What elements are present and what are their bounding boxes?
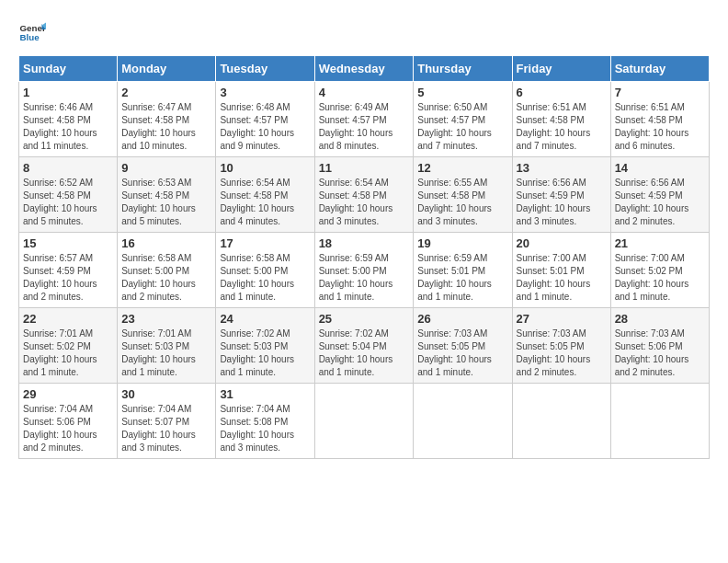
calendar-cell: 10 Sunrise: 6:54 AMSunset: 4:58 PMDaylig… bbox=[216, 157, 314, 233]
day-number: 23 bbox=[121, 312, 211, 326]
day-number: 12 bbox=[417, 161, 507, 175]
day-number: 16 bbox=[121, 236, 211, 250]
day-info: Sunrise: 6:56 AMSunset: 4:59 PMDaylight:… bbox=[615, 177, 705, 228]
day-number: 9 bbox=[121, 161, 211, 175]
day-info: Sunrise: 6:57 AMSunset: 4:59 PMDaylight:… bbox=[23, 252, 113, 304]
day-number: 3 bbox=[220, 86, 310, 99]
day-number: 10 bbox=[220, 161, 310, 175]
calendar-cell: 11 Sunrise: 6:54 AMSunset: 4:58 PMDaylig… bbox=[314, 157, 414, 233]
calendar-cell: 20 Sunrise: 7:00 AMSunset: 5:01 PMDaylig… bbox=[512, 233, 610, 308]
day-number: 5 bbox=[417, 86, 507, 99]
calendar-header-monday: Monday bbox=[118, 56, 216, 82]
calendar-cell: 8 Sunrise: 6:52 AMSunset: 4:58 PMDayligh… bbox=[19, 157, 118, 233]
day-info: Sunrise: 6:56 AMSunset: 4:59 PMDaylight:… bbox=[517, 177, 607, 228]
calendar-cell: 1 Sunrise: 6:46 AMSunset: 4:58 PMDayligh… bbox=[19, 82, 118, 157]
calendar-cell: 30 Sunrise: 7:04 AMSunset: 5:07 PMDaylig… bbox=[118, 384, 216, 459]
calendar-cell: 24 Sunrise: 7:02 AMSunset: 5:03 PMDaylig… bbox=[216, 308, 314, 384]
calendar-header-row: SundayMondayTuesdayWednesdayThursdayFrid… bbox=[19, 56, 710, 82]
calendar-cell: 3 Sunrise: 6:48 AMSunset: 4:57 PMDayligh… bbox=[216, 82, 314, 157]
day-info: Sunrise: 7:00 AMSunset: 5:01 PMDaylight:… bbox=[517, 252, 607, 304]
day-info: Sunrise: 7:04 AMSunset: 5:08 PMDaylight:… bbox=[220, 403, 310, 454]
calendar-cell: 7 Sunrise: 6:51 AMSunset: 4:58 PMDayligh… bbox=[610, 82, 709, 157]
calendar-header-friday: Friday bbox=[512, 56, 610, 82]
day-number: 17 bbox=[220, 236, 310, 250]
day-info: Sunrise: 6:55 AMSunset: 4:58 PMDaylight:… bbox=[417, 177, 507, 228]
day-info: Sunrise: 6:53 AMSunset: 4:58 PMDaylight:… bbox=[121, 177, 211, 228]
day-info: Sunrise: 7:01 AMSunset: 5:03 PMDaylight:… bbox=[121, 327, 211, 379]
calendar-week-row: 1 Sunrise: 6:46 AMSunset: 4:58 PMDayligh… bbox=[19, 82, 710, 157]
calendar-cell: 13 Sunrise: 6:56 AMSunset: 4:59 PMDaylig… bbox=[512, 157, 610, 233]
calendar-cell: 22 Sunrise: 7:01 AMSunset: 5:02 PMDaylig… bbox=[19, 308, 118, 384]
day-info: Sunrise: 7:03 AMSunset: 5:05 PMDaylight:… bbox=[417, 327, 507, 379]
calendar-cell: 25 Sunrise: 7:02 AMSunset: 5:04 PMDaylig… bbox=[314, 308, 414, 384]
logo-icon: General Blue bbox=[18, 18, 46, 46]
day-number: 11 bbox=[319, 161, 410, 175]
day-number: 28 bbox=[615, 312, 705, 326]
day-number: 8 bbox=[23, 161, 113, 175]
day-info: Sunrise: 6:50 AMSunset: 4:57 PMDaylight:… bbox=[417, 101, 507, 153]
page-header: General Blue bbox=[18, 18, 710, 46]
day-number: 21 bbox=[615, 236, 705, 250]
calendar-header-tuesday: Tuesday bbox=[216, 56, 314, 82]
day-info: Sunrise: 7:04 AMSunset: 5:06 PMDaylight:… bbox=[23, 403, 113, 454]
calendar-cell: 29 Sunrise: 7:04 AMSunset: 5:06 PMDaylig… bbox=[19, 384, 118, 459]
calendar-week-row: 8 Sunrise: 6:52 AMSunset: 4:58 PMDayligh… bbox=[19, 157, 710, 233]
calendar-cell: 17 Sunrise: 6:58 AMSunset: 5:00 PMDaylig… bbox=[216, 233, 314, 308]
day-number: 24 bbox=[220, 312, 310, 326]
calendar-cell: 5 Sunrise: 6:50 AMSunset: 4:57 PMDayligh… bbox=[414, 82, 512, 157]
day-info: Sunrise: 6:51 AMSunset: 4:58 PMDaylight:… bbox=[615, 101, 705, 153]
day-number: 20 bbox=[517, 236, 607, 250]
day-number: 30 bbox=[121, 387, 211, 401]
day-info: Sunrise: 6:54 AMSunset: 4:58 PMDaylight:… bbox=[319, 177, 410, 228]
calendar-cell: 31 Sunrise: 7:04 AMSunset: 5:08 PMDaylig… bbox=[216, 384, 314, 459]
calendar-header-saturday: Saturday bbox=[610, 56, 709, 82]
calendar-cell: 14 Sunrise: 6:56 AMSunset: 4:59 PMDaylig… bbox=[610, 157, 709, 233]
day-number: 27 bbox=[517, 312, 607, 326]
day-info: Sunrise: 6:48 AMSunset: 4:57 PMDaylight:… bbox=[220, 101, 310, 153]
calendar-cell bbox=[414, 384, 512, 459]
svg-text:Blue: Blue bbox=[20, 32, 40, 42]
calendar-table: SundayMondayTuesdayWednesdayThursdayFrid… bbox=[18, 55, 710, 459]
calendar-header-wednesday: Wednesday bbox=[314, 56, 414, 82]
day-number: 7 bbox=[615, 86, 705, 99]
day-info: Sunrise: 7:02 AMSunset: 5:03 PMDaylight:… bbox=[220, 327, 310, 379]
calendar-cell: 27 Sunrise: 7:03 AMSunset: 5:05 PMDaylig… bbox=[512, 308, 610, 384]
calendar-cell: 4 Sunrise: 6:49 AMSunset: 4:57 PMDayligh… bbox=[314, 82, 414, 157]
day-number: 14 bbox=[615, 161, 705, 175]
day-info: Sunrise: 6:52 AMSunset: 4:58 PMDaylight:… bbox=[23, 177, 113, 228]
day-info: Sunrise: 7:04 AMSunset: 5:07 PMDaylight:… bbox=[121, 403, 211, 454]
day-number: 4 bbox=[319, 86, 410, 99]
logo: General Blue bbox=[18, 18, 46, 46]
day-number: 13 bbox=[517, 161, 607, 175]
day-number: 26 bbox=[417, 312, 507, 326]
calendar-week-row: 22 Sunrise: 7:01 AMSunset: 5:02 PMDaylig… bbox=[19, 308, 710, 384]
calendar-cell: 15 Sunrise: 6:57 AMSunset: 4:59 PMDaylig… bbox=[19, 233, 118, 308]
day-number: 2 bbox=[121, 86, 211, 99]
calendar-cell: 23 Sunrise: 7:01 AMSunset: 5:03 PMDaylig… bbox=[118, 308, 216, 384]
day-number: 19 bbox=[417, 236, 507, 250]
day-number: 25 bbox=[319, 312, 410, 326]
day-info: Sunrise: 7:02 AMSunset: 5:04 PMDaylight:… bbox=[319, 327, 410, 379]
day-number: 6 bbox=[517, 86, 607, 99]
calendar-cell: 12 Sunrise: 6:55 AMSunset: 4:58 PMDaylig… bbox=[414, 157, 512, 233]
calendar-cell bbox=[314, 384, 414, 459]
day-info: Sunrise: 7:01 AMSunset: 5:02 PMDaylight:… bbox=[23, 327, 113, 379]
day-number: 22 bbox=[23, 312, 113, 326]
calendar-cell: 9 Sunrise: 6:53 AMSunset: 4:58 PMDayligh… bbox=[118, 157, 216, 233]
day-info: Sunrise: 6:47 AMSunset: 4:58 PMDaylight:… bbox=[121, 101, 211, 153]
calendar-cell: 21 Sunrise: 7:00 AMSunset: 5:02 PMDaylig… bbox=[610, 233, 709, 308]
day-info: Sunrise: 6:59 AMSunset: 5:01 PMDaylight:… bbox=[417, 252, 507, 304]
day-number: 1 bbox=[23, 86, 113, 99]
day-info: Sunrise: 6:51 AMSunset: 4:58 PMDaylight:… bbox=[517, 101, 607, 153]
day-number: 18 bbox=[319, 236, 410, 250]
day-number: 15 bbox=[23, 236, 113, 250]
calendar-cell: 19 Sunrise: 6:59 AMSunset: 5:01 PMDaylig… bbox=[414, 233, 512, 308]
day-number: 29 bbox=[23, 387, 113, 401]
day-info: Sunrise: 7:03 AMSunset: 5:06 PMDaylight:… bbox=[615, 327, 705, 379]
day-info: Sunrise: 6:58 AMSunset: 5:00 PMDaylight:… bbox=[121, 252, 211, 304]
calendar-cell: 26 Sunrise: 7:03 AMSunset: 5:05 PMDaylig… bbox=[414, 308, 512, 384]
calendar-week-row: 15 Sunrise: 6:57 AMSunset: 4:59 PMDaylig… bbox=[19, 233, 710, 308]
day-info: Sunrise: 7:03 AMSunset: 5:05 PMDaylight:… bbox=[517, 327, 607, 379]
calendar-cell: 16 Sunrise: 6:58 AMSunset: 5:00 PMDaylig… bbox=[118, 233, 216, 308]
calendar-cell bbox=[512, 384, 610, 459]
